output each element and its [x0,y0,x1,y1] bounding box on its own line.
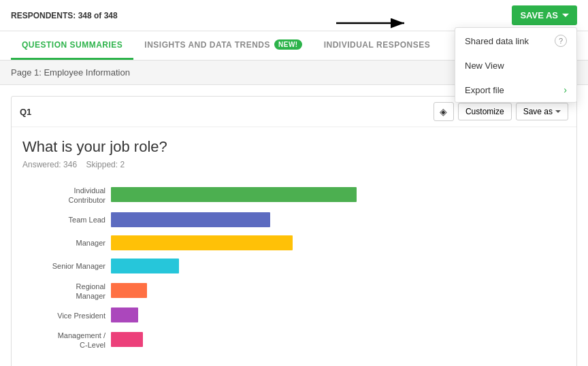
customize-button[interactable]: Customize [458,103,512,120]
question-actions: ◈ Customize Save as [434,102,568,121]
chart-bar-wrap [111,212,566,229]
chart-label: Senior Manager [22,261,111,271]
chart-row: Senior Manager [22,259,566,275]
question-number: Q1 [20,107,31,117]
chart-bar [111,235,293,250]
chart-bar-wrap [111,187,566,203]
chart-row: RegionalManager [22,282,566,301]
chart-row: IndividualContributor [22,186,566,205]
chart-bar [111,283,147,298]
chart-label: Team Lead [22,215,111,224]
chart-bar [111,212,270,227]
chart-bar [111,307,138,322]
tab-individual-responses[interactable]: INDIVIDUAL RESPONSES [313,32,441,60]
chart-bar-wrap [111,283,566,299]
tab-question-summaries[interactable]: QUESTION SUMMARIES [11,32,133,60]
chart-label: IndividualContributor [22,186,111,205]
settings-icon-button[interactable]: ◈ [434,102,454,121]
question-title: What is your job role? [22,138,566,156]
chart-bar-wrap [111,307,566,324]
export-file-item[interactable]: Export file › [455,78,576,102]
help-icon[interactable]: ? [555,35,567,47]
chart-label: RegionalManager [22,282,111,301]
chart-label: Manager [22,238,111,248]
save-as-small-button[interactable]: Save as [516,103,568,120]
diamond-icon: ◈ [440,106,447,117]
question-body: What is your job role? Answered: 346 Ski… [12,127,576,183]
chart-bar [111,332,143,347]
question-meta: Answered: 346 Skipped: 2 [22,160,566,169]
chart-bar-wrap [111,259,566,275]
small-caret-icon [555,110,561,113]
new-view-item[interactable]: New View [455,54,576,78]
tab-insights-and-data-trends[interactable]: INSIGHTS AND DATA TRENDS NEW! [133,31,312,60]
chevron-right-icon: › [564,84,567,95]
arrow-annotation [329,13,411,33]
chart-row: Team Lead [22,212,566,229]
question-card: Q1 ◈ Customize Save as What is your job … [11,96,577,366]
chart-area: IndividualContributorTeam LeadManagerSen… [12,183,576,366]
save-as-dropdown: Shared data link ? New View Export file … [455,27,577,103]
shared-data-link-item[interactable]: Shared data link ? [455,28,576,54]
chart-row: Vice President [22,307,566,324]
chart-row: Manager [22,235,566,252]
chart-row: Management /C-Level [22,331,566,350]
chart-label: Management /C-Level [22,331,111,350]
respondents-label: RESPONDENTS: 348 of 348 [11,11,118,20]
chart-bar [111,259,179,273]
save-as-caret-icon [562,14,569,17]
new-badge: NEW! [274,39,302,50]
save-as-button[interactable]: SAVE AS [512,5,577,25]
main-content: Q1 ◈ Customize Save as What is your job … [0,85,588,366]
chart-bar [111,187,357,202]
chart-label: Vice President [22,311,111,320]
chart-bar-wrap [111,235,566,252]
chart-bar-wrap [111,332,566,348]
